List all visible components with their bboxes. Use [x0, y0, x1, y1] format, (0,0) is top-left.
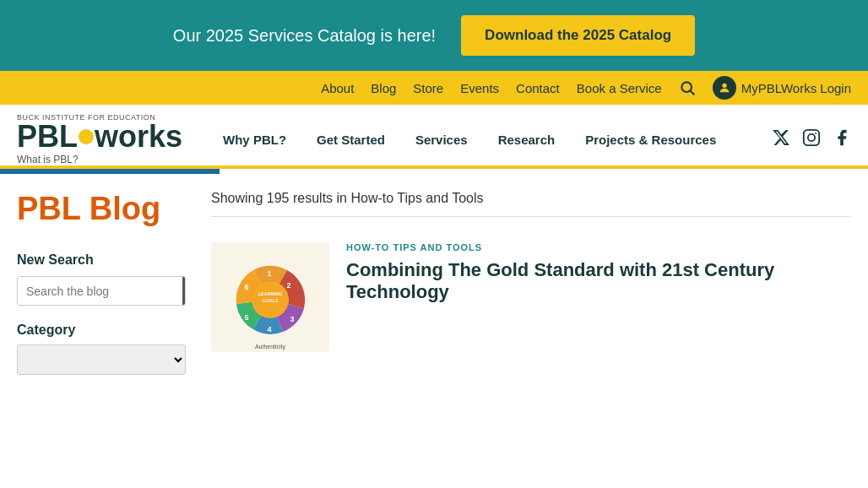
blog-post-info: HOW-TO TIPS AND TOOLS Combining The Gold… [346, 242, 851, 352]
svg-point-4 [808, 133, 815, 140]
main-nav-services[interactable]: Services [400, 119, 483, 160]
blog-post-card: LEARNING GOALS [211, 234, 851, 361]
main-nav-projects-resources[interactable]: Projects & Resources [570, 119, 731, 160]
svg-text:5: 5 [244, 313, 248, 322]
svg-text:6: 6 [244, 283, 248, 291]
category-label: Category [17, 323, 186, 338]
svg-text:1: 1 [267, 269, 271, 278]
facebook-icon[interactable] [833, 128, 851, 151]
nav-link-store[interactable]: Store [413, 81, 443, 95]
svg-rect-3 [804, 129, 819, 144]
svg-point-2 [722, 84, 726, 88]
blog-post-title[interactable]: Combining The Gold Standard with 21st Ce… [346, 259, 851, 304]
user-avatar-icon [713, 76, 736, 100]
logo-text: PBLworks [17, 122, 182, 152]
search-submit-button[interactable] [182, 277, 186, 305]
search-input[interactable] [18, 278, 182, 305]
svg-text:GOALS: GOALS [262, 298, 279, 303]
svg-text:3: 3 [290, 315, 294, 323]
svg-text:2: 2 [286, 281, 290, 290]
instagram-icon[interactable] [802, 128, 821, 151]
nav-link-blog[interactable]: Blog [371, 81, 396, 95]
main-nav-get-started[interactable]: Get Started [301, 119, 400, 160]
top-nav-bar: About Blog Store Events Contact Book a S… [0, 71, 868, 105]
top-banner: Our 2025 Services Catalog is here! Downl… [0, 0, 868, 71]
logo-circle-icon [79, 129, 94, 144]
blog-search-row [17, 276, 186, 306]
pbl-wheel-graphic: LEARNING GOALS [211, 242, 329, 352]
main-nav-links: Why PBL? Get Started Services Research P… [208, 119, 772, 160]
main-nav-why-pbl[interactable]: Why PBL? [208, 119, 301, 160]
results-text: Showing 195 results in How-to Tips and T… [211, 191, 851, 217]
main-content: Showing 195 results in How-to Tips and T… [211, 191, 851, 375]
svg-text:LEARNING: LEARNING [258, 291, 283, 296]
svg-point-0 [681, 82, 692, 92]
logo-works: works [95, 122, 182, 152]
main-nav-research[interactable]: Research [483, 119, 571, 160]
banner-text: Our 2025 Services Catalog is here! [173, 26, 436, 46]
nav-link-events[interactable]: Events [460, 81, 499, 95]
blog-post-thumbnail: LEARNING GOALS [211, 242, 329, 352]
blog-post-tag: HOW-TO TIPS AND TOOLS [346, 242, 851, 252]
login-area[interactable]: MyPBLWorks Login [713, 76, 851, 100]
logo-pbl: PBL [17, 122, 78, 152]
logo-sub[interactable]: What is PBL? [17, 154, 182, 165]
search-icon-button[interactable] [679, 79, 696, 96]
social-icons [772, 128, 851, 151]
category-select[interactable] [17, 344, 186, 375]
page-content: PBL Blog New Search Category Showing 195… [0, 174, 868, 375]
new-search-label: New Search [17, 252, 186, 268]
download-catalog-button[interactable]: Download the 2025 Catalog [461, 15, 695, 56]
nav-link-book-service[interactable]: Book a Service [577, 81, 662, 95]
svg-text:Authenticity: Authenticity [255, 344, 286, 350]
svg-text:4: 4 [267, 325, 271, 333]
svg-point-5 [815, 133, 816, 134]
page-title: PBL Blog [17, 191, 186, 227]
nav-link-about[interactable]: About [321, 81, 354, 95]
twitter-icon[interactable] [772, 128, 790, 151]
login-label[interactable]: MyPBLWorks Login [741, 81, 851, 95]
svg-line-1 [690, 91, 694, 95]
logo-area: BUCK INSTITUTE FOR EDUCATION PBLworks Wh… [17, 113, 182, 165]
main-nav: BUCK INSTITUTE FOR EDUCATION PBLworks Wh… [0, 105, 868, 169]
nav-link-contact[interactable]: Contact [516, 81, 560, 95]
search-icon [679, 79, 696, 96]
sidebar: PBL Blog New Search Category [17, 191, 186, 375]
